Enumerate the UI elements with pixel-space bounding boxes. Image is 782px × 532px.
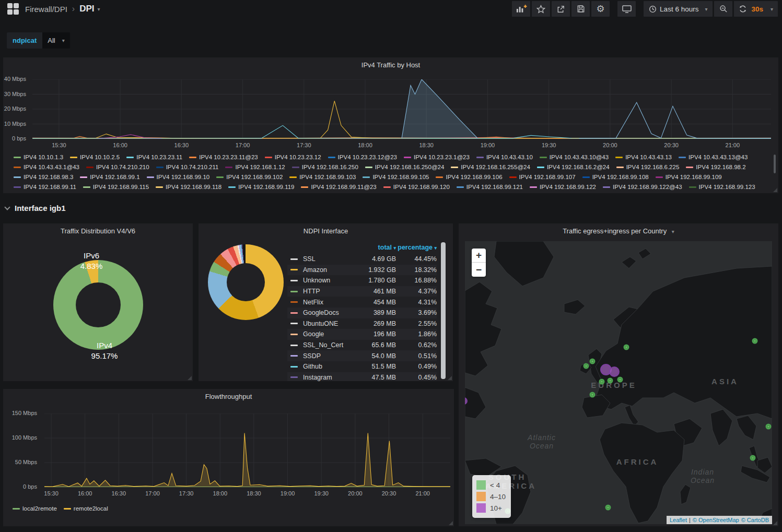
- legend-item[interactable]: IPV4 192.168.98.2: [686, 163, 745, 171]
- legend-item[interactable]: IPV4 192.168.99.122: [530, 183, 596, 191]
- table-row[interactable]: Instagram 47.5 MB 0.45%: [287, 372, 437, 381]
- legend-item[interactable]: IPV4 192.168.99.102: [216, 173, 283, 181]
- zoom-out-time-button[interactable]: [714, 1, 732, 17]
- legend-item[interactable]: IPV4 10.43.43.10@43: [540, 153, 609, 161]
- cartodb-link[interactable]: © CartoDB: [741, 517, 769, 523]
- legend-item[interactable]: IPV4 192.168.99.118: [156, 183, 221, 191]
- panel-resize-handle[interactable]: [448, 376, 452, 380]
- legend-item[interactable]: IPV4 10.23.23.1@23: [404, 153, 470, 161]
- legend-item[interactable]: IPV4 10.74.210.211: [156, 163, 219, 171]
- map-marker-low[interactable]: [605, 505, 611, 511]
- legend-item[interactable]: IPV4 192.168.1.12: [225, 163, 285, 171]
- panel-resize-handle[interactable]: [773, 188, 777, 192]
- map-marker-low[interactable]: [599, 379, 605, 385]
- map-marker-low[interactable]: [766, 424, 772, 430]
- legend-item[interactable]: IPV4 192.168.99.103: [289, 173, 356, 181]
- map-zoom-in-button[interactable]: +: [472, 249, 486, 263]
- variable-value-dropdown[interactable]: All ▾: [42, 32, 69, 49]
- refresh-interval-label[interactable]: 30s: [751, 5, 763, 13]
- settings-button[interactable]: ⚙: [591, 1, 610, 17]
- refresh-button[interactable]: 30s ▾: [734, 1, 778, 17]
- grafana-logo-icon[interactable]: [7, 3, 19, 15]
- breadcrumb-page-title[interactable]: DPI: [79, 4, 94, 14]
- legend-scrollbar[interactable]: [774, 155, 776, 173]
- legend-item[interactable]: IPV4 192.168.16.255@24: [451, 163, 530, 171]
- legend-item[interactable]: IPV4 10.43.43.10: [476, 153, 533, 161]
- legend-item[interactable]: IPV4 10.23.23.12@23: [328, 153, 397, 161]
- legend-item[interactable]: IPV4 10.43.43.1@43: [14, 163, 79, 171]
- legend-item[interactable]: IPV4 10.43.43.13: [615, 153, 672, 161]
- legend-item[interactable]: IPV4 192.168.16.2@24: [537, 163, 610, 171]
- table-scrollbar[interactable]: [441, 242, 446, 379]
- star-button[interactable]: [532, 1, 550, 17]
- table-row[interactable]: UbuntuONE 269 MB 2.55%: [287, 318, 437, 329]
- panel-resize-handle[interactable]: [773, 521, 777, 525]
- panel-title[interactable]: Traffix Distribution V4/V6: [3, 227, 193, 235]
- legend-item[interactable]: IPV4 192.168.99.105: [363, 173, 429, 181]
- map-marker-low[interactable]: [750, 455, 756, 461]
- traffix-donut-chart[interactable]: [53, 260, 143, 350]
- map-marker-low[interactable]: [583, 363, 589, 369]
- panel-menu-caret-icon[interactable]: ▾: [672, 229, 674, 234]
- legend-item[interactable]: local2remote: [13, 505, 57, 513]
- map-marker-low[interactable]: [752, 338, 758, 344]
- map-marker-low[interactable]: [608, 378, 613, 384]
- table-row[interactable]: GoogleDocs 389 MB 3.69%: [287, 308, 437, 318]
- legend-item[interactable]: IPV4 192.168.16.250: [292, 163, 358, 171]
- legend-item[interactable]: IPV4 192.168.99.115: [83, 183, 149, 191]
- openstreetmap-link[interactable]: © OpenStreetMap: [693, 517, 739, 523]
- legend-item[interactable]: IPV4 192.168.16.250@24: [365, 163, 445, 171]
- table-row[interactable]: Github 51.5 MB 0.49%: [287, 361, 437, 372]
- legend-item[interactable]: IPV4 192.168.99.109: [656, 173, 722, 181]
- legend-item[interactable]: IPV4 10.23.23.11: [126, 153, 182, 161]
- legend-item[interactable]: IPV4 192.168.99.123: [689, 183, 755, 191]
- panel-title[interactable]: NDPI Interface: [199, 227, 453, 235]
- table-row[interactable]: SSL_No_Cert 65.6 MB 0.62%: [287, 340, 437, 351]
- map-marker-low[interactable]: [590, 392, 596, 398]
- map-marker-low[interactable]: [617, 377, 623, 383]
- map-marker-low[interactable]: [624, 345, 629, 350]
- legend-item[interactable]: IPV4 10.10.2.5: [70, 153, 120, 161]
- legend-item[interactable]: IPV4 192.168.99.108: [582, 173, 649, 181]
- ndpi-donut-chart[interactable]: [208, 244, 284, 320]
- panel-resize-handle[interactable]: [188, 376, 192, 380]
- legend-item[interactable]: IPV4 192.168.99.119: [228, 183, 294, 191]
- table-row[interactable]: Amazon 1.932 GB 18.32%: [287, 265, 437, 276]
- legend-item[interactable]: IPV4 192.168.99.1: [80, 173, 139, 181]
- legend-item[interactable]: IPV4 192.168.6.225: [616, 163, 680, 171]
- table-row[interactable]: Unknown 1.780 GB 16.88%: [287, 275, 437, 286]
- legend-item[interactable]: IPV4 192.168.99.11@23: [301, 183, 376, 191]
- panel-resize-handle[interactable]: [449, 521, 453, 525]
- legend-item[interactable]: IPV4 192.168.99.121: [457, 183, 523, 191]
- map-zoom-out-button[interactable]: −: [472, 263, 486, 277]
- legend-item[interactable]: IPV4 10.43.43.13@43: [679, 153, 748, 161]
- legend-item[interactable]: IPV4 192.168.99.122@43: [603, 183, 682, 191]
- dashboard-dropdown-caret-icon[interactable]: ▾: [98, 6, 100, 12]
- legend-item[interactable]: IPV4 192.168.99.11: [14, 183, 76, 191]
- row-header-interface-igb1[interactable]: Interface igb1: [5, 204, 66, 212]
- legend-item[interactable]: IPV4 192.168.99.120: [383, 183, 450, 191]
- legend-item[interactable]: IPV4 10.74.210.210: [86, 163, 149, 171]
- time-range-picker[interactable]: Last 6 hours ▾: [644, 1, 713, 17]
- legend-item[interactable]: IPV4 192.168.98.3: [14, 173, 73, 181]
- panel-title[interactable]: IPv4 Traffic by Host: [3, 61, 778, 69]
- table-row[interactable]: HTTP 461 MB 4.37%: [287, 286, 437, 297]
- share-button[interactable]: [552, 1, 570, 17]
- leaflet-link[interactable]: Leaflet: [670, 517, 687, 523]
- panel-title[interactable]: Traffic egress+ingress per Country ▾: [459, 227, 778, 235]
- column-header-percentage[interactable]: percentage ▾: [396, 244, 437, 251]
- add-panel-button[interactable]: [512, 1, 530, 17]
- legend-item[interactable]: IPV4 10.10.1.3: [14, 153, 63, 161]
- world-map[interactable]: NORTHAMERICAEUROPEASIAAFRICAAtlanticOcea…: [465, 241, 772, 524]
- legend-item[interactable]: IPV4 192.168.99.106: [436, 173, 502, 181]
- table-row[interactable]: SSL 4.69 GB 44.45%: [287, 254, 437, 265]
- cycle-view-button[interactable]: [617, 1, 636, 17]
- map-marker-high[interactable]: [609, 367, 620, 377]
- legend-item[interactable]: IPV4 10.23.23.11@23: [189, 153, 258, 161]
- legend-item[interactable]: remote2local: [64, 505, 108, 513]
- table-row[interactable]: SSDP 54.0 MB 0.51%: [287, 350, 437, 361]
- column-header-total[interactable]: total ▾: [348, 244, 396, 251]
- panel-title[interactable]: Flowthroughput: [3, 393, 454, 400]
- table-row[interactable]: Google 196 MB 1.86%: [287, 329, 437, 340]
- legend-item[interactable]: IPV4 192.168.99.107: [509, 173, 576, 181]
